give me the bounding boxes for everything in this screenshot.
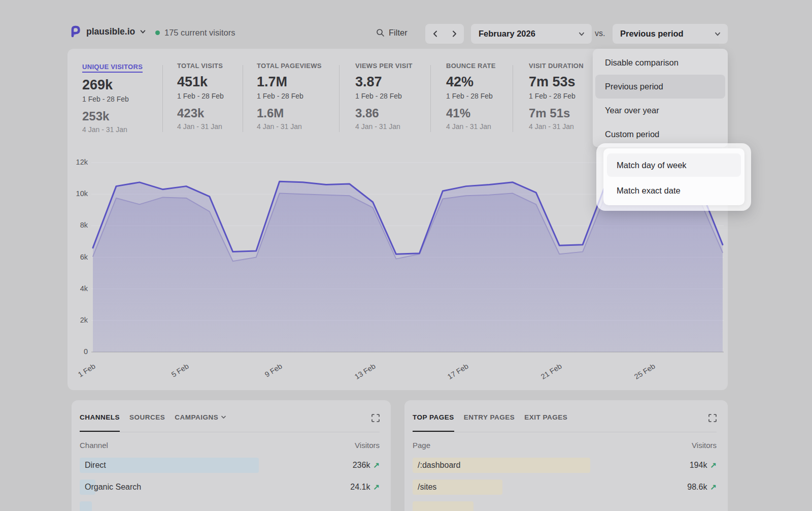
tab-divider: [80, 432, 380, 432]
row-label[interactable]: /sites: [418, 480, 436, 495]
stat-value: 7m 53s: [529, 74, 584, 90]
table-row[interactable]: /:dashboard194k↗: [413, 458, 717, 473]
chevron-left-icon: [432, 30, 438, 37]
tab-top-pages[interactable]: TOP PAGES: [413, 412, 454, 432]
vs-label: vs.: [595, 29, 605, 38]
tab-bar: CHANNELSSOURCESCAMPAIGNS: [80, 412, 380, 432]
stat-prev-period: 4 Jan - 31 Jan: [257, 122, 322, 131]
date-range-picker[interactable]: February 2026: [471, 24, 592, 44]
stat-period: 1 Feb - 28 Feb: [82, 95, 143, 103]
filter-label: Filter: [389, 28, 408, 38]
stat-value: 3.87: [355, 74, 413, 90]
y-tick-label: 12k: [69, 158, 88, 166]
stat-prev-period: 4 Jan - 31 Jan: [177, 122, 224, 131]
column-header-visitors: Visitors: [355, 441, 380, 450]
stat-prev-value: 7m 51s: [529, 106, 584, 120]
menu-item-match-day-of-week[interactable]: Match day of week: [607, 153, 741, 177]
row-bar: [413, 501, 473, 511]
tab-entry-pages[interactable]: ENTRY PAGES: [464, 412, 515, 432]
column-header-channel: Channel: [80, 441, 108, 450]
menu-item-year-over-year[interactable]: Year over year: [593, 99, 728, 122]
y-tick-label: 10k: [69, 189, 88, 198]
tab-exit-pages[interactable]: EXIT PAGES: [524, 412, 567, 432]
stat-total-visits[interactable]: TOTAL VISITS451k1 Feb - 28 Feb423k4 Jan …: [177, 62, 224, 131]
stat-prev-value: 423k: [177, 106, 224, 120]
x-tick-label: 9 Feb: [255, 362, 284, 385]
comparison-label: Previous period: [620, 29, 684, 39]
comparison-menu: Disable comparisonPrevious periodYear ov…: [593, 49, 728, 147]
stat-total-pageviews[interactable]: TOTAL PAGEVIEWS1.7M1 Feb - 28 Feb1.6M4 J…: [257, 62, 322, 131]
stat-divider: [243, 65, 243, 132]
stat-prev-period: 4 Jan - 31 Jan: [446, 122, 496, 131]
row-visitors: 24.1k: [350, 480, 370, 495]
date-nav-group: [425, 24, 464, 44]
column-headers: ChannelVisitors: [80, 441, 380, 450]
trend-up-icon: ↗: [710, 458, 717, 473]
stat-value: 269k: [82, 77, 143, 93]
x-tick-label: 25 Feb: [628, 362, 657, 385]
table-row[interactable]: [413, 501, 717, 511]
menu-item-custom-period[interactable]: Custom period: [593, 122, 728, 146]
pages-card: TOP PAGESENTRY PAGESEXIT PAGESPageVisito…: [404, 400, 728, 511]
y-tick-label: 0: [69, 347, 88, 356]
stat-prev-period: 4 Jan - 31 Jan: [82, 125, 143, 134]
current-visitors-badge[interactable]: 175 current visitors: [155, 28, 235, 38]
table-row[interactable]: [80, 501, 380, 511]
row-label[interactable]: /:dashboard: [418, 458, 461, 473]
stat-label: VIEWS PER VISIT: [355, 62, 413, 70]
y-tick-label: 4k: [69, 284, 88, 293]
stat-prev-value: 253k: [82, 109, 143, 123]
chevron-down-icon: [140, 28, 146, 35]
stat-divider: [430, 65, 431, 132]
stat-prev-value: 41%: [446, 106, 496, 120]
x-tick-label: 1 Feb: [69, 362, 97, 385]
next-range-arrow-button[interactable]: [445, 24, 464, 44]
stat-label: UNIQUE VISITORS: [82, 63, 143, 73]
trend-up-icon: ↗: [710, 480, 717, 495]
menu-item-match-exact-date[interactable]: Match exact date: [607, 179, 741, 202]
row-label[interactable]: Direct: [85, 458, 106, 473]
table-row[interactable]: Direct236k↗: [80, 458, 380, 473]
row-bar: [80, 458, 259, 473]
match-mode-menu: Match day of weekMatch exact date: [603, 148, 745, 205]
row-label[interactable]: Organic Search: [85, 480, 141, 495]
menu-item-disable-comparison[interactable]: Disable comparison: [593, 51, 728, 75]
prev-range-arrow-button[interactable]: [425, 24, 445, 44]
table-row[interactable]: /sites98.6k↗: [413, 480, 717, 495]
stat-visit-duration[interactable]: VISIT DURATION7m 53s1 Feb - 28 Feb7m 51s…: [529, 62, 584, 131]
tab-sources[interactable]: SOURCES: [129, 412, 165, 432]
tab-campaigns[interactable]: CAMPAIGNS: [175, 412, 226, 432]
table-row[interactable]: Organic Search24.1k↗: [80, 480, 380, 495]
stat-bounce-rate[interactable]: BOUNCE RATE42%1 Feb - 28 Feb41%4 Jan - 3…: [446, 62, 496, 131]
tab-bar: TOP PAGESENTRY PAGESEXIT PAGES: [413, 412, 717, 432]
row-value: 98.6k↗: [687, 480, 717, 495]
y-tick-label: 6k: [69, 253, 88, 261]
filter-button[interactable]: Filter: [376, 28, 408, 38]
tab-channels[interactable]: CHANNELS: [80, 412, 120, 432]
menu-item-previous-period[interactable]: Previous period: [593, 75, 728, 99]
row-value: 194k↗: [690, 458, 717, 473]
trend-up-icon: ↗: [373, 480, 380, 495]
column-headers: PageVisitors: [413, 441, 717, 450]
stat-divider: [339, 65, 340, 132]
channels-card: CHANNELSSOURCESCAMPAIGNSChannelVisitorsD…: [72, 400, 391, 511]
menu-item-label: Year over year: [595, 99, 725, 122]
x-tick-label: 5 Feb: [162, 362, 191, 385]
column-header-page: Page: [413, 441, 430, 450]
stat-prev-period: 4 Jan - 31 Jan: [355, 122, 413, 131]
date-range-label: February 2026: [479, 29, 535, 39]
expand-icon[interactable]: [371, 414, 380, 422]
stat-views-per-visit[interactable]: VIEWS PER VISIT3.871 Feb - 28 Feb3.864 J…: [355, 62, 413, 131]
stat-unique-visitors[interactable]: UNIQUE VISITORS269k1 Feb - 28 Feb253k4 J…: [82, 62, 143, 134]
search-icon: [376, 28, 385, 37]
comparison-picker[interactable]: Previous period: [613, 24, 728, 44]
stat-label: BOUNCE RATE: [446, 62, 496, 70]
expand-icon[interactable]: [708, 414, 717, 422]
y-tick-label: 2k: [69, 316, 88, 324]
row-visitors: 236k: [353, 458, 370, 473]
current-visitors-label: 175 current visitors: [164, 28, 235, 38]
stat-divider: [513, 65, 513, 132]
stat-label: TOTAL PAGEVIEWS: [257, 62, 322, 70]
site-switcher[interactable]: plausible.io: [70, 25, 146, 38]
live-dot-icon: [155, 30, 160, 35]
